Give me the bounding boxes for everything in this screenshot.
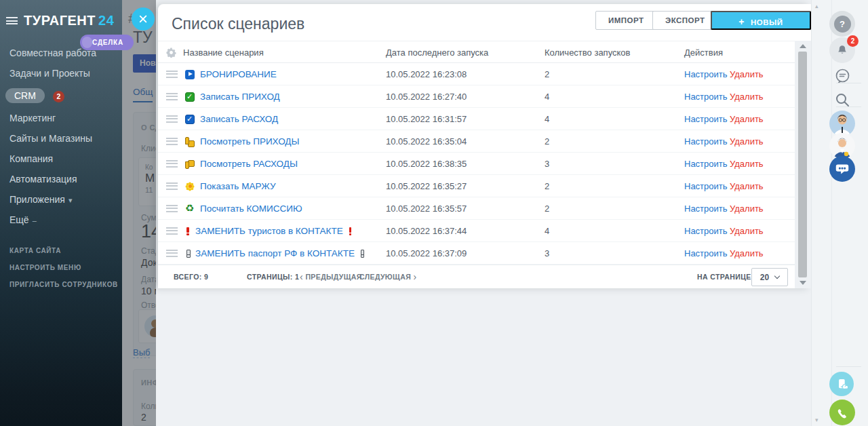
left-sidebar: ТУРАГЕНТ24 Совместная работа Задачи и Пр… (0, 0, 122, 426)
delete-link[interactable]: Удалить (730, 114, 764, 124)
per-page-select[interactable]: 20 (751, 268, 788, 286)
sidebar-footer-label: НАСТРОИТЬ МЕНЮ (9, 264, 81, 271)
configure-link[interactable]: Настроить (684, 159, 728, 169)
rail-divider (836, 106, 861, 107)
column-header-run-count[interactable]: Количество запусков (545, 47, 630, 57)
search-button[interactable] (829, 87, 855, 113)
configure-link[interactable]: Настроить (684, 69, 728, 79)
user-avatar-2[interactable] (829, 133, 855, 159)
drag-handle-icon[interactable] (166, 71, 178, 78)
configure-link[interactable]: Настроить (684, 248, 728, 258)
sidebar-menu-item[interactable]: CRM2 (0, 83, 122, 108)
configure-link[interactable]: Настроить (684, 204, 728, 214)
drag-handle-icon[interactable] (166, 93, 178, 100)
delete-link[interactable]: Удалить (730, 92, 764, 102)
drag-handle-icon[interactable] (166, 160, 178, 168)
delete-link[interactable]: Удалить (730, 136, 764, 147)
scenario-name-link[interactable]: Показать МАРЖУ (200, 181, 276, 191)
sidebar-menu-item[interactable]: Компания (0, 149, 122, 169)
scenario-name-link[interactable]: ЗАМЕНИТЬ туристов в КОНТАКТЕ (195, 226, 343, 236)
mobile-app-button[interactable] (829, 372, 854, 396)
sidebar-footer-link[interactable]: НАСТРОИТЬ МЕНЮ (0, 259, 122, 276)
export-button[interactable]: ЭКСПОРТ (652, 11, 718, 30)
table-header-row: Название сценария Дата последнего запуск… (158, 41, 795, 63)
scenario-name-link[interactable]: Посчитать КОМИССИЮ (200, 204, 302, 214)
delete-link[interactable]: Удалить (730, 69, 764, 79)
rail-collapse-up-icon[interactable]: ▴ (815, 3, 818, 9)
messenger-button[interactable] (829, 63, 855, 89)
plus-icon: + (738, 16, 745, 27)
scenario-icon (185, 137, 195, 147)
next-page-link[interactable]: СЛЕДУЮЩАЯ › (359, 271, 416, 282)
delete-link[interactable]: Удалить (730, 226, 764, 236)
sidebar-menu-item[interactable]: Маркетинг (0, 108, 122, 128)
sidebar-menu-item[interactable]: Ещё– (0, 210, 122, 230)
scenario-name-link[interactable]: ЗАМЕНИТЬ паспорт РФ в КОНТАКТЕ (195, 248, 355, 258)
column-header-last-run[interactable]: Дата последнего запуска (386, 47, 488, 57)
scenario-name-link[interactable]: Посмотреть РАСХОДЫ (200, 159, 298, 169)
configure-link[interactable]: Настроить (684, 136, 728, 147)
scrollbar-thumb[interactable] (798, 52, 807, 277)
help-button[interactable]: ? (829, 11, 855, 37)
pages-count: СТРАНИЦЫ: 1 (247, 273, 299, 281)
pages-label: СТРАНИЦЫ: (247, 273, 293, 281)
scroll-up-arrow[interactable] (800, 44, 806, 48)
sidebar-footer-link[interactable]: ПРИГЛАСИТЬ СОТРУДНИКОВ (0, 276, 122, 293)
brand-logo[interactable]: ТУРАГЕНТ24 (24, 13, 114, 28)
group-chat-button[interactable] (829, 156, 855, 182)
last-run-date: 10.05.2022 16:37:09 (386, 248, 467, 258)
scenario-name-link[interactable]: Записать ПРИХОД (200, 92, 280, 102)
delete-link[interactable]: Удалить (730, 204, 764, 214)
run-count: 3 (545, 159, 549, 169)
sidebar-menu-item[interactable]: Приложения▾ (0, 189, 122, 210)
drag-handle-icon[interactable] (166, 205, 178, 212)
grid-settings-gear-icon[interactable] (166, 47, 176, 60)
drag-handle-icon[interactable] (166, 115, 178, 123)
column-header-name[interactable]: Название сценария (183, 47, 264, 57)
import-button[interactable]: ИМПОРТ (595, 11, 657, 30)
telephony-button[interactable] (829, 400, 855, 425)
slider-overlay[interactable] (122, 0, 156, 426)
sidebar-menu-item[interactable]: Автоматизация (0, 169, 122, 189)
notification-badge: 2 (847, 35, 859, 47)
sidebar-menu-item[interactable]: Сайты и Магазины (0, 128, 122, 149)
scenario-icon (185, 182, 195, 191)
scenario-name-cell: Показать МАРЖУ (185, 175, 276, 197)
scenario-name-link[interactable]: Посмотреть ПРИХОДЫ (200, 136, 299, 147)
notifications-button[interactable]: 2 (829, 37, 855, 63)
drag-handle-icon[interactable] (166, 138, 178, 145)
scenario-name-link[interactable]: БРОНИРОВАНИЕ (200, 69, 277, 79)
drag-handle-icon[interactable] (166, 227, 178, 235)
sidebar-footer-label: КАРТА САЙТА (9, 247, 61, 254)
sidebar-footer-link[interactable]: КАРТА САЙТА (0, 242, 122, 259)
right-toolbar: ▴ ▾ ? 2 (811, 0, 868, 426)
scroll-down-arrow[interactable] (800, 281, 806, 285)
table-row: Записать ПРИХОД 10.05.2022 16:27:40 4 На… (158, 85, 795, 108)
sidebar-menu-item[interactable]: Задачи и Проекты (0, 63, 122, 83)
last-run-date: 10.05.2022 16:31:57 (386, 114, 467, 124)
scenario-icon (185, 115, 195, 124)
scenario-icon (185, 204, 195, 214)
configure-link[interactable]: Настроить (684, 114, 728, 124)
scenario-trailing-icon (348, 227, 353, 236)
previous-page-link[interactable]: ‹ ПРЕДЫДУЩАЯ (300, 271, 362, 282)
table-row: Показать МАРЖУ 10.05.2022 16:35:27 2 Нас… (158, 175, 795, 197)
configure-link[interactable]: Настроить (684, 181, 728, 191)
drag-handle-icon[interactable] (166, 250, 178, 257)
close-slider-button[interactable] (132, 7, 155, 31)
drag-handle-icon[interactable] (166, 182, 178, 190)
new-scenario-button[interactable]: +НОВЫЙ СЦЕНАРИЙ (711, 11, 811, 30)
avatar-woman-icon (829, 133, 855, 159)
rail-collapse-down-icon[interactable]: ▾ (815, 417, 818, 423)
last-run-date: 10.05.2022 16:37:44 (386, 226, 467, 236)
hamburger-menu-icon[interactable] (6, 17, 18, 24)
delete-link[interactable]: Удалить (730, 248, 764, 258)
scenario-name-cell: Посчитать КОМИССИЮ (185, 197, 302, 220)
configure-link[interactable]: Настроить (684, 226, 728, 236)
sidebar-item-label: Маркетинг (9, 113, 56, 123)
configure-link[interactable]: Настроить (684, 92, 728, 102)
scenario-name-link[interactable]: Записать РАСХОД (200, 114, 278, 124)
delete-link[interactable]: Удалить (730, 159, 764, 169)
delete-link[interactable]: Удалить (730, 181, 764, 191)
sidebar-item-label: CRM (5, 88, 45, 103)
